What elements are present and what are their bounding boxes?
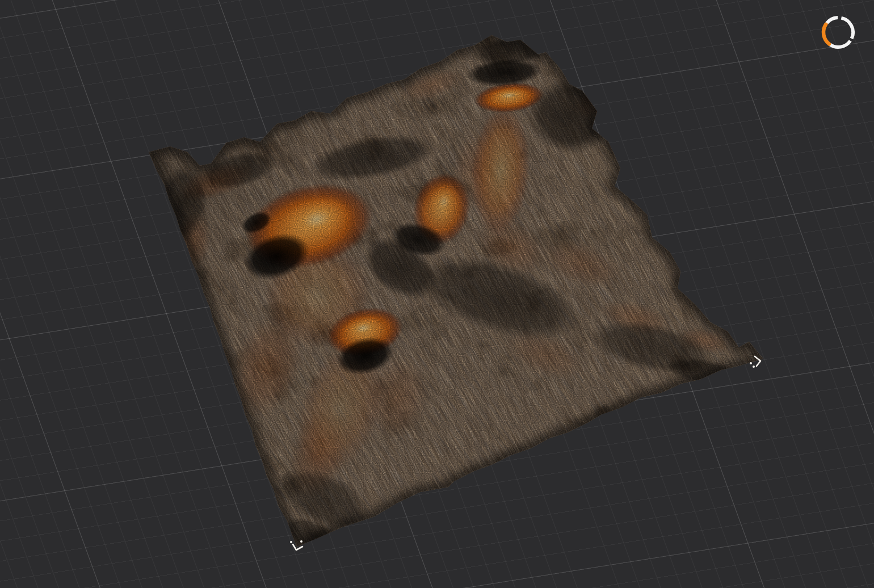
- handle-dot: [300, 540, 302, 543]
- handle-dot: [290, 541, 292, 543]
- handle-dot: [753, 366, 755, 368]
- terrain-render: [0, 0, 874, 588]
- 3d-viewport[interactable]: [0, 0, 874, 588]
- corner-bracket-icon: [293, 544, 302, 550]
- spinner-track: [827, 18, 854, 47]
- handle-dot: [750, 362, 752, 364]
- corner-handle-right[interactable]: [747, 351, 768, 372]
- terrain-model[interactable]: [0, 0, 874, 588]
- corner-handle-bottom[interactable]: [287, 537, 308, 558]
- loading-spinner-icon: [819, 13, 858, 52]
- spinner-progress-arc: [823, 24, 829, 44]
- corner-bracket-icon: [755, 356, 760, 366]
